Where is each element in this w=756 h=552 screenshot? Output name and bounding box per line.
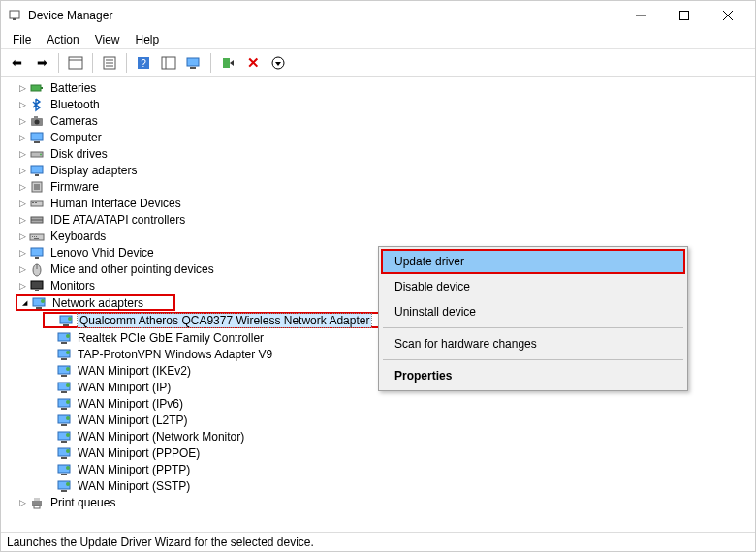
svg-rect-68 [61, 408, 67, 410]
printer-icon [29, 495, 45, 510]
expander-empty [45, 314, 58, 327]
svg-rect-18 [223, 58, 230, 68]
maximize-button[interactable] [662, 1, 706, 30]
minimize-button[interactable] [618, 1, 662, 30]
ctx-properties[interactable]: Properties [381, 363, 685, 388]
tree-category[interactable]: ▷Bluetooth [4, 96, 754, 112]
show-hidden-button[interactable] [64, 52, 87, 74]
tree-item-network-adapter[interactable]: WAN Miniport (L2TP) [4, 412, 754, 428]
tree-category[interactable]: ▷IDE ATA/ATAPI controllers [4, 211, 754, 228]
svg-rect-6 [69, 57, 82, 69]
update-driver-toolbutton[interactable] [182, 52, 205, 74]
svg-rect-44 [35, 257, 39, 259]
display-icon [29, 163, 45, 178]
mouse-icon [29, 261, 45, 277]
scan-hardware-toolbutton[interactable] [267, 52, 290, 74]
scan-toolbutton2[interactable] [157, 52, 180, 74]
tree-item-network-adapter[interactable]: WAN Miniport (IPv6) [4, 395, 754, 412]
expander-empty [43, 331, 56, 345]
tree-node-label: Print queues [48, 496, 117, 509]
network-icon [56, 445, 72, 461]
tree-node-label: TAP-ProtonVPN Windows Adapter V9 [76, 348, 274, 361]
chevron-right-icon[interactable]: ▷ [16, 147, 29, 161]
tree-item-network-adapter[interactable]: WAN Miniport (PPPOE) [4, 445, 754, 461]
expander-empty [43, 397, 56, 411]
tree-category[interactable]: ▷Cameras [4, 112, 754, 129]
chevron-right-icon[interactable]: ▷ [16, 496, 29, 509]
tree-item-network-adapter[interactable]: WAN Miniport (Network Monitor) [4, 428, 754, 445]
chevron-right-icon[interactable]: ▷ [16, 230, 29, 243]
tree-node-label: Disk drives [48, 147, 110, 161]
svg-rect-80 [61, 474, 67, 475]
ctx-update-driver-label: Update driver [394, 255, 464, 268]
tree-category[interactable]: ▷Disk drives [4, 145, 754, 162]
chevron-right-icon[interactable]: ▷ [16, 279, 29, 292]
help-toolbutton[interactable]: ? [132, 52, 155, 74]
svg-rect-16 [187, 58, 199, 66]
chevron-right-icon[interactable]: ▷ [16, 114, 29, 128]
menu-help[interactable]: Help [128, 31, 168, 48]
tree-node-label: WAN Miniport (IPv6) [76, 397, 185, 411]
svg-point-51 [41, 299, 45, 303]
svg-point-84 [66, 482, 70, 486]
chevron-right-icon[interactable]: ▷ [16, 131, 29, 144]
tree-item-network-adapter[interactable]: WAN Miniport (PPTP) [4, 461, 754, 477]
chevron-right-icon[interactable]: ▷ [16, 164, 29, 177]
svg-rect-43 [31, 248, 43, 256]
tree-node-label: IDE ATA/ATAPI controllers [48, 213, 187, 227]
title-bar: Device Manager [1, 1, 755, 30]
svg-rect-62 [61, 375, 67, 377]
monitor-icon [29, 278, 45, 293]
tree-category[interactable]: ▷Keyboards [4, 228, 754, 244]
tree-category[interactable]: ▷Computer [4, 129, 754, 145]
tree-category[interactable]: ▷Human Interface Devices [4, 195, 754, 211]
ctx-disable-device[interactable]: Disable device [381, 274, 685, 299]
svg-rect-14 [162, 57, 175, 69]
expander-empty [43, 446, 56, 460]
ctx-disable-device-label: Disable device [394, 280, 470, 293]
tree-node-label: WAN Miniport (IP) [76, 381, 173, 394]
close-button[interactable] [706, 1, 749, 30]
tree-node-label: Display adapters [48, 164, 139, 177]
arrow-left-icon: ⬅ [12, 55, 22, 70]
chevron-right-icon[interactable]: ▷ [16, 262, 29, 276]
tree-category-network[interactable]: ◢Network adapters [16, 294, 175, 311]
app-icon [7, 8, 22, 23]
chevron-right-icon[interactable]: ▷ [16, 98, 29, 111]
menu-file[interactable]: File [5, 31, 39, 48]
expander-empty [43, 463, 56, 476]
svg-point-69 [66, 400, 70, 404]
tree-category[interactable]: ▷Batteries [4, 79, 754, 96]
ctx-scan-hardware[interactable]: Scan for hardware changes [381, 331, 685, 356]
chevron-right-icon[interactable]: ▷ [16, 180, 29, 194]
chevron-right-icon[interactable]: ▷ [16, 81, 29, 95]
svg-text:?: ? [141, 58, 146, 69]
tree-item-network-adapter[interactable]: Qualcomm Atheros QCA9377 Wireless Networ… [43, 312, 403, 328]
properties-toolbutton[interactable] [98, 52, 121, 74]
menu-view[interactable]: View [87, 31, 128, 48]
chevron-right-icon[interactable]: ▷ [16, 213, 29, 227]
menu-action[interactable]: Action [39, 31, 86, 48]
back-button[interactable]: ⬅ [5, 52, 28, 74]
toolbar-separator [126, 53, 127, 73]
toolbar-separator [210, 53, 211, 73]
svg-rect-25 [31, 133, 43, 140]
tree-category[interactable]: ▷Print queues [4, 494, 754, 510]
disable-toolbutton[interactable]: ✕ [241, 52, 265, 74]
ctx-uninstall-device-label: Uninstall device [394, 305, 476, 319]
svg-rect-29 [31, 166, 43, 173]
svg-point-28 [40, 153, 42, 155]
tree-category[interactable]: ▷Display adapters [4, 162, 754, 178]
svg-rect-65 [61, 391, 67, 393]
uninstall-toolbutton[interactable] [216, 52, 239, 74]
chevron-right-icon[interactable]: ▷ [16, 197, 29, 210]
tree-category[interactable]: ▷Firmware [4, 178, 754, 195]
firmware-icon [29, 179, 45, 195]
toolbar-separator [92, 53, 93, 73]
ctx-uninstall-device[interactable]: Uninstall device [381, 299, 685, 324]
chevron-down-icon[interactable]: ◢ [17, 296, 31, 310]
chevron-right-icon[interactable]: ▷ [16, 246, 29, 260]
ctx-update-driver[interactable]: Update driver [381, 249, 685, 274]
tree-item-network-adapter[interactable]: WAN Miniport (SSTP) [4, 477, 754, 494]
forward-button[interactable]: ➡ [30, 52, 53, 74]
